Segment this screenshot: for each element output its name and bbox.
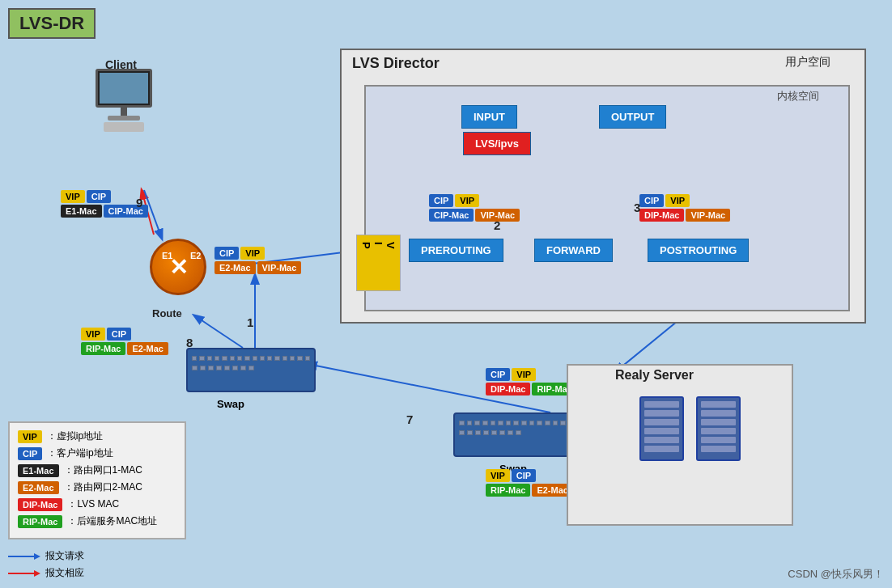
arrow-request-label: 报文请求	[45, 549, 84, 563]
cip-badge-r: CIP	[215, 247, 239, 260]
arrow-legend: 报文请求 报文相应	[8, 549, 84, 580]
vip-badge-1: VIP	[455, 194, 479, 207]
lvs-director-label: LVS Director	[352, 55, 440, 72]
swap-label-1: Swap	[217, 398, 244, 410]
cip-badge-d: CIP	[486, 368, 510, 381]
vipmac-badge-r: VIP-Mac	[257, 261, 302, 274]
pkt-label-1: CIP VIP CIP-Mac VIP-Mac	[429, 194, 520, 222]
dipmac-badge-2: DIP-Mac	[486, 383, 530, 396]
vip-badge-l: VIP	[81, 328, 105, 341]
arrow-response-label: 报文相应	[45, 566, 84, 580]
legend-cip-desc: ：客户端ip地址	[47, 446, 113, 460]
user-space-label: 用户空间	[785, 55, 830, 70]
pkt-label-ripvip: VIP CIP RIP-Mac E2-Mac	[81, 328, 168, 355]
output-block: OUTPUT	[599, 105, 666, 129]
cip-badge-l: CIP	[107, 328, 131, 341]
switch-1	[186, 348, 316, 392]
arrow-legend-request: 报文请求	[8, 549, 84, 563]
ripmac-badge-l: RIP-Mac	[81, 342, 125, 355]
cip-badge-2: CIP	[639, 194, 664, 207]
legend-dipmac-desc: ：LVS MAC	[67, 497, 119, 511]
pkt-label-vip-cip-bottom: VIP CIP RIP-Mac E2-Mac	[486, 469, 573, 497]
legend-e1mac: E1-Mac ：路由网口1-MAC	[18, 463, 176, 477]
vip-badge-2: VIP	[665, 194, 690, 207]
svg-marker-15	[34, 553, 40, 560]
cip-badge-1: CIP	[429, 194, 453, 207]
kernel-space-label: 内核空间	[777, 89, 819, 104]
route-icon: ✕	[150, 239, 206, 295]
e1-label: E1	[162, 251, 172, 260]
legend-e2mac-desc: ：路由网口2-MAC	[64, 480, 142, 494]
legend-vip-desc: ：虚拟ip地址	[47, 429, 103, 443]
prerouting-block: PREROUTING	[409, 239, 503, 262]
client-computer	[96, 69, 152, 132]
svg-marker-17	[34, 570, 40, 577]
legend-cip: CIP ：客户端ip地址	[18, 446, 176, 460]
vip-vertical: VIP	[356, 235, 401, 291]
e2mac-badge-r: E2-Mac	[215, 261, 256, 274]
server-icon-1	[639, 396, 684, 461]
e2-label: E2	[190, 251, 201, 260]
pkt-label-route: CIP VIP E2-Mac VIP-Mac	[215, 247, 301, 274]
legend-ripmac-badge: RIP-Mac	[18, 515, 62, 528]
watermark: CSDN @快乐风男！	[788, 567, 884, 582]
legend-e2mac: E2-Mac ：路由网口2-MAC	[18, 480, 176, 494]
e2mac-badge-l: E2-Mac	[127, 342, 168, 355]
route-label: Route	[152, 307, 182, 319]
realy-server-title: Realy Server	[615, 368, 694, 383]
pkt-label-2: CIP VIP DIP-Mac VIP-Mac	[639, 194, 730, 222]
dipmac-badge-1: DIP-Mac	[639, 209, 684, 222]
vip-badge-r: VIP	[240, 247, 265, 260]
step-7: 7	[406, 412, 413, 426]
vip-badge-c: VIP	[61, 190, 85, 203]
step-3: 3	[634, 201, 640, 214]
vipmac-badge-2: VIP-Mac	[686, 209, 730, 222]
cipmac-badge-1: CIP-Mac	[429, 209, 474, 222]
page-title: LVS-DR	[8, 8, 96, 39]
legend-e1mac-desc: ：路由网口1-MAC	[64, 463, 142, 477]
legend-dipmac-badge: DIP-Mac	[18, 498, 62, 511]
vip-badge-b: VIP	[486, 469, 510, 482]
legend-ripmac: RIP-Mac ：后端服务MAC地址	[18, 514, 176, 528]
input-block: INPUT	[461, 105, 517, 129]
legend-e1mac-badge: E1-Mac	[18, 464, 59, 477]
legend-e2mac-badge: E2-Mac	[18, 481, 59, 494]
legend-box: VIP ：虚拟ip地址 CIP ：客户端ip地址 E1-Mac ：路由网口1-M…	[8, 421, 186, 539]
postrouting-block: POSTROUTING	[648, 239, 749, 262]
arrow-legend-response: 报文相应	[8, 566, 84, 580]
step-2: 2	[494, 218, 500, 232]
cip-badge-b: CIP	[512, 469, 536, 482]
legend-vip-badge: VIP	[18, 430, 42, 443]
step-1: 1	[247, 315, 253, 329]
pkt-label-client: VIP CIP E1-Mac CIP-Mac	[61, 190, 148, 218]
legend-dipmac: DIP-Mac ：LVS MAC	[18, 497, 176, 511]
step-9: 9	[136, 196, 142, 209]
cip-badge-c: CIP	[87, 190, 111, 203]
client-label: Client	[105, 58, 137, 71]
pkt-label-dip: CIP VIP DIP-Mac RIP-Mac	[486, 368, 577, 396]
svg-line-9	[194, 315, 243, 348]
vip-badge-d: VIP	[512, 368, 536, 381]
legend-ripmac-desc: ：后端服务MAC地址	[67, 514, 157, 528]
lvs-ipvs-block: LVS/ipvs	[463, 132, 531, 155]
e1mac-badge: E1-Mac	[61, 205, 102, 218]
legend-vip: VIP ：虚拟ip地址	[18, 429, 176, 443]
legend-cip-badge: CIP	[18, 447, 42, 460]
ripmac-badge-b: RIP-Mac	[486, 484, 530, 497]
server-icon-2	[696, 396, 741, 461]
forward-block: FORWARD	[534, 239, 613, 262]
